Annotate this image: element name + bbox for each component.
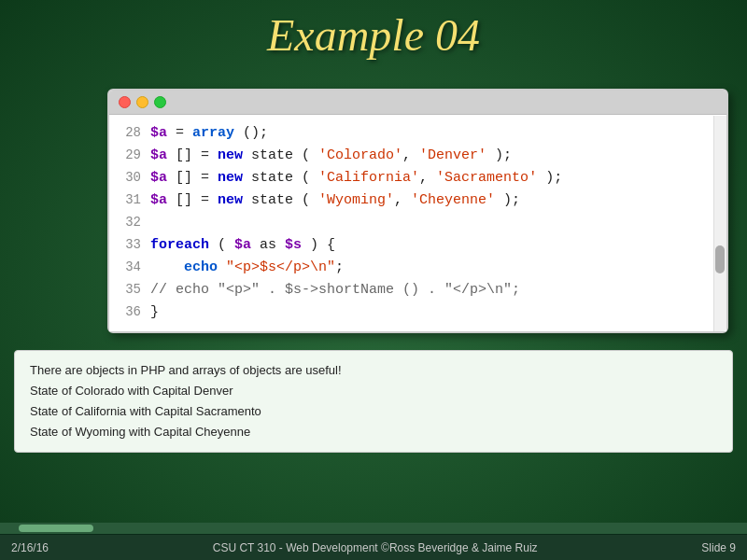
bottom-bar: 2/16/16 CSU CT 310 - Web Development ©Ro… <box>0 534 747 560</box>
h-scrollbar-thumb[interactable] <box>19 525 93 532</box>
code-line-28: 28 $a = array (); <box>109 122 726 145</box>
output-line-2: State of California with Capital Sacrame… <box>30 401 717 422</box>
output-line-3: State of Wyoming with Capital Cheyenne <box>30 422 717 442</box>
scrollbar-thumb[interactable] <box>715 245 725 273</box>
maximize-button[interactable] <box>154 96 166 108</box>
window-titlebar <box>109 91 726 115</box>
slide-number: Slide 9 <box>701 541 736 554</box>
minimize-button[interactable] <box>136 96 148 108</box>
output-area: There are objects in PHP and arrays of o… <box>14 350 733 453</box>
output-line-1: State of Colorado with Capital Denver <box>30 381 717 401</box>
code-window: 28 $a = array (); 29 $a [] = new state (… <box>107 89 728 333</box>
code-line-36: 36 } <box>109 301 726 324</box>
slide-title: Example 04 <box>0 9 747 61</box>
horizontal-scrollbar[interactable] <box>0 523 747 534</box>
code-line-35: 35 // echo "<p>" . $s->shortName () . "<… <box>109 279 726 301</box>
code-line-34: 34 echo "<p>$s</p>\n"; <box>109 257 726 279</box>
output-line-0: There are objects in PHP and arrays of o… <box>30 360 717 381</box>
code-body: 28 $a = array (); 29 $a [] = new state (… <box>109 115 726 331</box>
code-line-32: 32 <box>109 212 726 234</box>
code-line-29: 29 $a [] = new state ( 'Colorado', 'Denv… <box>109 145 726 167</box>
code-line-33: 33 foreach ( $a as $s ) { <box>109 234 726 257</box>
course-info: CSU CT 310 - Web Development ©Ross Bever… <box>213 541 538 554</box>
code-line-30: 30 $a [] = new state ( 'California', 'Sa… <box>109 167 726 189</box>
close-button[interactable] <box>119 96 131 108</box>
code-line-31: 31 $a [] = new state ( 'Wyoming', 'Cheye… <box>109 189 726 212</box>
scrollbar[interactable] <box>713 116 726 331</box>
slide-date: 2/16/16 <box>11 541 49 554</box>
